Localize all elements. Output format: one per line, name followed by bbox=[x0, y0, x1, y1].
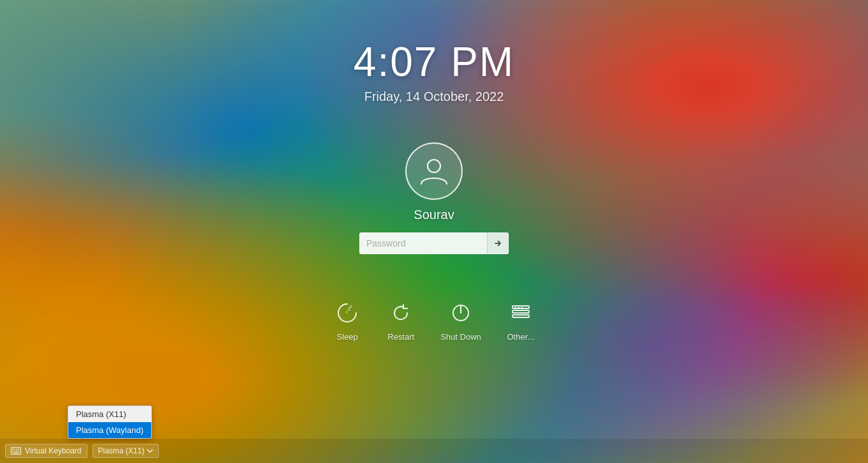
password-submit-button[interactable] bbox=[487, 232, 509, 254]
svg-text:z: z bbox=[346, 310, 348, 314]
main-content: 4:07 PM Friday, 14 October, 2022 Sourav bbox=[0, 0, 868, 463]
user-name: Sourav bbox=[414, 208, 454, 222]
shutdown-label: Shut Down bbox=[440, 332, 481, 342]
svg-rect-13 bbox=[12, 449, 13, 450]
svg-point-0 bbox=[428, 160, 440, 172]
session-option-plasma-wayland[interactable]: Plasma (Wayland) bbox=[68, 422, 151, 438]
sleep-button[interactable]: z z z Sleep bbox=[333, 299, 361, 342]
session-dropdown-container: Plasma (X11) Plasma (Wayland) bbox=[68, 406, 152, 439]
password-row bbox=[359, 232, 509, 254]
virtual-keyboard-button[interactable]: Virtual Keyboard bbox=[5, 444, 87, 458]
svg-rect-10 bbox=[518, 307, 520, 308]
user-avatar bbox=[405, 142, 463, 200]
svg-rect-18 bbox=[14, 451, 15, 452]
sleep-label: Sleep bbox=[337, 332, 358, 342]
session-dropdown: Plasma (X11) Plasma (Wayland) bbox=[68, 406, 152, 439]
svg-rect-16 bbox=[18, 449, 20, 450]
clock-date: Friday, 14 October, 2022 bbox=[364, 89, 504, 104]
svg-rect-14 bbox=[14, 449, 15, 450]
sleep-icon: z z z bbox=[333, 299, 361, 327]
svg-text:z: z bbox=[350, 304, 352, 308]
clock-time: 4:07 PM bbox=[354, 38, 514, 86]
svg-rect-11 bbox=[521, 307, 523, 308]
session-current-label: Plasma (X11) bbox=[98, 446, 145, 455]
chevron-down-icon bbox=[147, 449, 153, 453]
restart-button[interactable]: Restart bbox=[387, 299, 415, 342]
session-select-button[interactable]: Plasma (X11) bbox=[93, 444, 160, 458]
svg-rect-7 bbox=[513, 310, 529, 313]
shutdown-button[interactable]: Shut Down bbox=[440, 299, 481, 342]
svg-rect-21 bbox=[13, 453, 19, 454]
bottom-bar: Virtual Keyboard Plasma (X11) bbox=[0, 439, 868, 463]
restart-icon bbox=[387, 299, 415, 327]
session-option-plasma-x11[interactable]: Plasma (X11) bbox=[68, 406, 151, 422]
keyboard-icon bbox=[11, 447, 21, 455]
restart-label: Restart bbox=[387, 332, 414, 342]
password-input[interactable] bbox=[359, 232, 487, 254]
svg-rect-17 bbox=[12, 451, 13, 452]
other-button[interactable]: Other... bbox=[507, 299, 535, 342]
shutdown-icon bbox=[447, 299, 475, 327]
svg-rect-15 bbox=[16, 449, 17, 450]
svg-rect-19 bbox=[16, 451, 17, 452]
virtual-keyboard-label: Virtual Keyboard bbox=[25, 446, 82, 455]
other-icon bbox=[507, 299, 535, 327]
svg-rect-9 bbox=[514, 307, 516, 308]
svg-rect-20 bbox=[18, 451, 20, 452]
other-label: Other... bbox=[507, 332, 534, 342]
user-section: Sourav bbox=[359, 142, 509, 254]
action-buttons: z z z Sleep Restart bbox=[333, 299, 535, 342]
svg-rect-8 bbox=[513, 315, 529, 317]
